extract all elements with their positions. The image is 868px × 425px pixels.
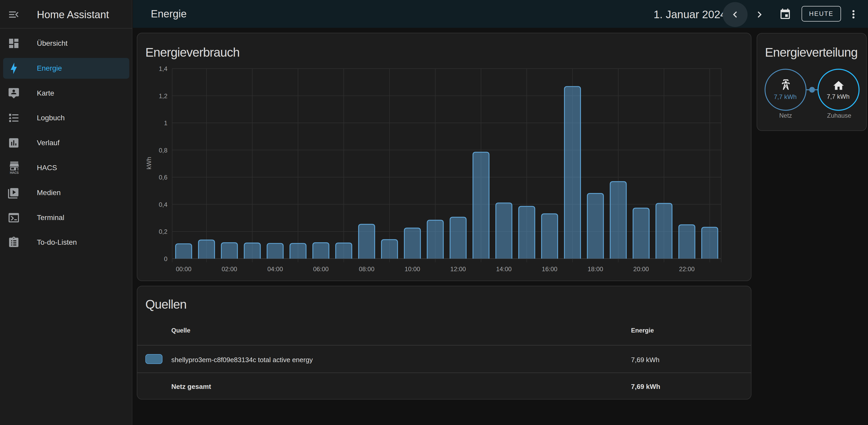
svg-text:1,4: 1,4 <box>159 65 167 72</box>
svg-text:12:00: 12:00 <box>451 265 466 273</box>
svg-text:18:00: 18:00 <box>588 265 603 273</box>
svg-text:10:00: 10:00 <box>405 265 420 273</box>
svg-text:00:00: 00:00 <box>176 265 191 273</box>
svg-text:08:00: 08:00 <box>359 265 374 273</box>
svg-text:14:00: 14:00 <box>496 265 512 273</box>
svg-text:1: 1 <box>164 119 167 126</box>
svg-text:0,4: 0,4 <box>159 201 167 208</box>
svg-text:Zuhause: Zuhause <box>827 112 851 119</box>
svg-text:20:00: 20:00 <box>633 265 649 273</box>
svg-text:06:00: 06:00 <box>313 265 329 273</box>
svg-text:0,8: 0,8 <box>159 147 167 154</box>
svg-text:Netz: Netz <box>779 112 792 119</box>
svg-text:1,2: 1,2 <box>159 92 167 100</box>
svg-text:0,2: 0,2 <box>159 228 167 235</box>
svg-text:HACS: HACS <box>10 171 19 174</box>
svg-text:0,6: 0,6 <box>159 174 167 181</box>
svg-text:7,7 kWh: 7,7 kWh <box>827 93 849 100</box>
svg-text:04:00: 04:00 <box>267 265 283 273</box>
svg-text:16:00: 16:00 <box>542 265 557 273</box>
svg-text:kWh: kWh <box>145 157 152 169</box>
svg-text:0: 0 <box>164 255 167 262</box>
svg-text:7,7 kWh: 7,7 kWh <box>774 93 797 100</box>
svg-text:02:00: 02:00 <box>222 265 237 273</box>
svg-text:22:00: 22:00 <box>679 265 694 273</box>
